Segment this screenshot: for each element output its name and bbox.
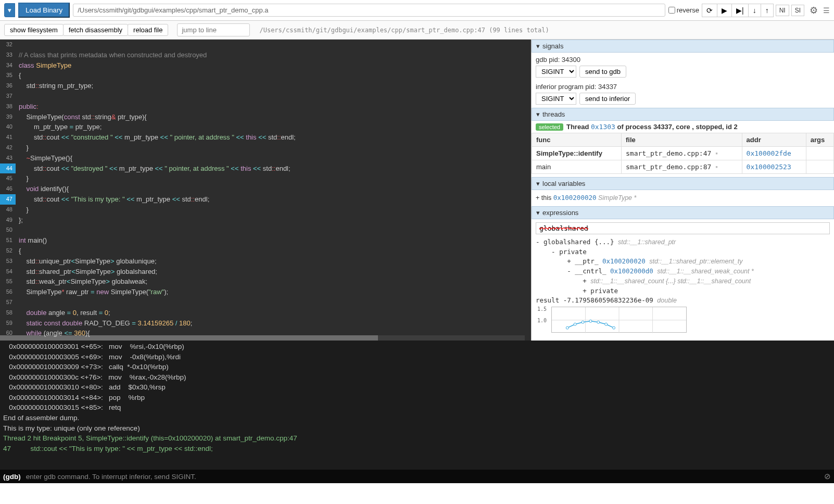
line-number[interactable]: 58 — [0, 308, 16, 318]
fetch-disassembly-button[interactable]: fetch disassembly — [63, 24, 128, 36]
line-number[interactable]: 41 — [0, 132, 16, 143]
expression-tree-row[interactable]: - globalshared {...} std::__1::shared_pt… — [536, 237, 830, 247]
code-line[interactable]: 50 — [0, 225, 531, 235]
expression-tree-row[interactable]: result -7.1795860596832236e-09 double — [536, 296, 830, 306]
gdb-signal-select[interactable]: SIGINT — [536, 66, 576, 78]
code-text: std::unique_ptr<SimpleType> globalunique… — [16, 256, 531, 267]
line-number[interactable]: 46 — [0, 184, 16, 194]
line-number[interactable]: 37 — [0, 91, 16, 102]
thread-addr-link[interactable]: 0x1303 — [591, 123, 615, 131]
line-number[interactable]: 50 — [0, 225, 16, 235]
code-line[interactable]: 49}; — [0, 215, 531, 225]
line-number[interactable]: 39 — [0, 112, 16, 122]
line-number[interactable]: 33 — [0, 50, 16, 60]
expression-input[interactable] — [536, 222, 830, 234]
line-number[interactable]: 34 — [0, 60, 16, 71]
code-line[interactable]: 58 double angle = 0, result = 0; — [0, 308, 531, 318]
signals-header[interactable]: ▾signals — [532, 40, 834, 53]
line-number[interactable]: 52 — [0, 246, 16, 256]
continue-button[interactable]: ▶ — [717, 4, 732, 17]
line-number[interactable]: 32 — [0, 40, 16, 50]
expression-tree-row[interactable]: + private — [536, 286, 830, 296]
locals-header[interactable]: ▾local variables — [532, 177, 834, 190]
expressions-header[interactable]: ▾expressions — [532, 206, 834, 219]
reverse-checkbox-label[interactable]: reverse — [668, 6, 699, 14]
line-number[interactable]: 51 — [0, 235, 16, 246]
show-filesystem-button[interactable]: show filesystem — [4, 24, 64, 36]
stack-frame-row[interactable]: SimpleType::identifysmart_ptr_demo.cpp:4… — [532, 147, 834, 160]
code-line[interactable]: 51int main() — [0, 235, 531, 246]
code-line[interactable]: 40 m_ptr_type = ptr_type; — [0, 122, 531, 132]
code-line[interactable]: 38public: — [0, 102, 531, 112]
jump-to-line-input[interactable] — [177, 23, 250, 36]
code-line[interactable]: 32 — [0, 40, 531, 50]
menu-icon[interactable]: ☰ — [823, 6, 830, 15]
line-number[interactable]: 48 — [0, 205, 16, 215]
code-line[interactable]: 41 std::cout << "constructed " << m_ptr_… — [0, 132, 531, 143]
code-line[interactable]: 57 — [0, 297, 531, 308]
reload-file-button[interactable]: reload file — [128, 24, 168, 36]
code-line[interactable]: 46 void identify(){ — [0, 184, 531, 194]
next-button[interactable]: ▶| — [731, 4, 749, 17]
code-horiz-scrollbar[interactable] — [0, 335, 525, 341]
line-number[interactable]: 49 — [0, 215, 16, 225]
gdb-hint[interactable]: enter gdb command. To interrupt inferior… — [26, 473, 196, 481]
restart-button[interactable]: ⟳ — [702, 4, 717, 17]
line-number[interactable]: 56 — [0, 287, 16, 297]
step-in-button[interactable]: ↓ — [748, 4, 761, 17]
gdb-console[interactable]: 0x0000000100003001 <+65>: mov %rsi,-0x10… — [0, 341, 834, 470]
load-binary-dropdown[interactable]: ▾ — [4, 3, 15, 17]
line-number[interactable]: 35 — [0, 70, 16, 81]
expression-tree-row[interactable]: + std::__1::__shared_count {...} std::__… — [536, 276, 830, 286]
code-line[interactable]: 42 } — [0, 143, 531, 153]
reverse-checkbox[interactable] — [668, 7, 675, 14]
line-number[interactable]: 57 — [0, 297, 16, 308]
line-number[interactable]: 45 — [0, 173, 16, 184]
line-number[interactable]: 59 — [0, 318, 16, 329]
binary-path-input[interactable] — [73, 4, 665, 17]
step-out-button[interactable]: ↑ — [761, 4, 774, 17]
send-to-inferior-button[interactable]: send to inferior — [579, 93, 636, 105]
code-line[interactable]: 33// A class that prints metadata when c… — [0, 50, 531, 60]
line-number[interactable]: 38 — [0, 102, 16, 112]
expression-tree-row[interactable]: + __ptr_ 0x100200020 std::__1::shared_pt… — [536, 257, 830, 267]
code-line[interactable]: 53 std::unique_ptr<SimpleType> globaluni… — [0, 256, 531, 267]
line-number[interactable]: 42 — [0, 143, 16, 153]
line-number[interactable]: 44 — [0, 163, 16, 174]
line-number[interactable]: 47 — [0, 194, 16, 205]
stack-frame-row[interactable]: mainsmart_ptr_demo.cpp:87 ▪0x100002523 — [532, 160, 834, 174]
code-line[interactable]: 37 — [0, 91, 531, 102]
code-line[interactable]: 43 ~SimpleType(){ — [0, 153, 531, 163]
line-number[interactable]: 43 — [0, 153, 16, 163]
expression-tree-row[interactable]: - __cntrl_ 0x1002000d0 std::__1::__share… — [536, 267, 830, 276]
code-line[interactable]: 48 } — [0, 205, 531, 215]
code-line[interactable]: 56 SimpleType* raw_ptr = new SimpleType(… — [0, 287, 531, 297]
local-var-row[interactable]: + this 0x100200020 SimpleType * — [532, 190, 834, 206]
ni-button[interactable]: NI — [776, 5, 789, 16]
send-to-gdb-button[interactable]: send to gdb — [579, 66, 626, 78]
source-code-pane[interactable]: 3233// A class that prints metadata when… — [0, 40, 531, 341]
expression-tree-row[interactable]: - private — [536, 247, 830, 257]
si-button[interactable]: SI — [791, 5, 804, 16]
line-number[interactable]: 55 — [0, 276, 16, 287]
code-line[interactable]: 45 } — [0, 173, 531, 184]
line-number[interactable]: 40 — [0, 122, 16, 132]
code-text — [16, 91, 531, 102]
code-line[interactable]: 39 SimpleType(const std::string& ptr_typ… — [0, 112, 531, 122]
line-number[interactable]: 54 — [0, 267, 16, 277]
line-number[interactable]: 53 — [0, 256, 16, 267]
code-line[interactable]: 34class SimpleType — [0, 60, 531, 71]
code-line[interactable]: 54 std::shared_ptr<SimpleType> globalsha… — [0, 267, 531, 277]
inferior-signal-select[interactable]: SIGINT — [536, 93, 576, 105]
code-line[interactable]: 35{ — [0, 70, 531, 81]
load-binary-button[interactable]: Load Binary — [18, 3, 70, 18]
code-line[interactable]: 55 std::weak_ptr<SimpleType> globalweak; — [0, 276, 531, 287]
code-line[interactable]: 52{ — [0, 246, 531, 256]
line-number[interactable]: 36 — [0, 81, 16, 91]
code-line[interactable]: 47 std::cout << "This is my type: " << m… — [0, 194, 531, 205]
code-line[interactable]: 44 std::cout << "destroyed " << m_ptr_ty… — [0, 163, 531, 174]
code-line[interactable]: 59 static const double RAD_TO_DEG = 3.14… — [0, 318, 531, 329]
code-line[interactable]: 36 std::string m_ptr_type; — [0, 81, 531, 91]
settings-gear-icon[interactable]: ⚙ — [810, 5, 818, 16]
threads-header[interactable]: ▾threads — [532, 108, 834, 121]
